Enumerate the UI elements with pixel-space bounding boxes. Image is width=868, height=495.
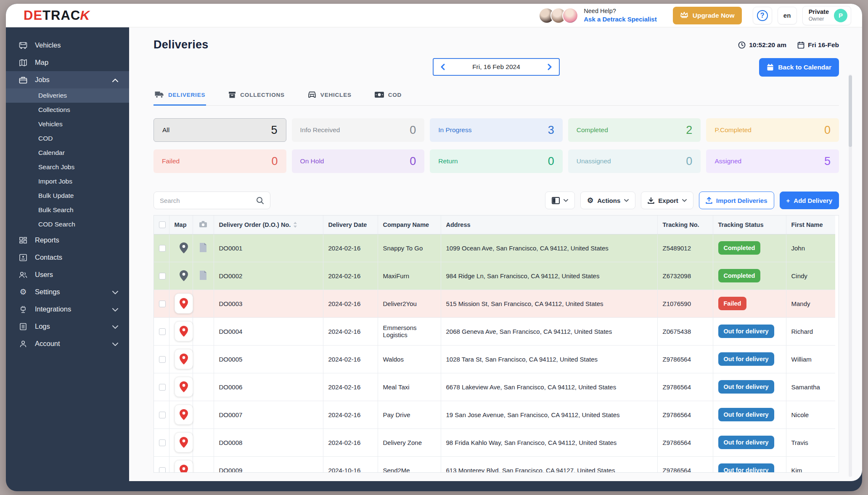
table-body: DO0001 2024-02-16 Snappy To Go 1099 Ocea… (154, 234, 835, 473)
map-pin-button[interactable] (175, 293, 193, 314)
sidebar-item-logs[interactable]: Logs (6, 318, 129, 335)
row-checkbox[interactable] (159, 328, 166, 335)
map-pin-button[interactable] (175, 377, 193, 397)
sidebar-item-map[interactable]: Map (6, 54, 129, 71)
select-all-checkbox[interactable] (159, 221, 166, 228)
table-row[interactable]: DO0002 2024-02-16 MaxiFurn 984 Ridge Ln,… (154, 262, 835, 290)
status-card-p-completed[interactable]: P.Completed 0 (706, 118, 839, 142)
status-card-return[interactable]: Return 0 (430, 149, 563, 173)
sidebar-subitem-bulk-search[interactable]: Bulk Search (6, 203, 129, 217)
column-header-company-name[interactable]: Company Name (378, 216, 441, 234)
column-header-tracking-no[interactable]: Tracking No. (657, 216, 713, 234)
column-header-map[interactable]: Map (169, 216, 193, 234)
vertical-scrollbar[interactable] (849, 75, 852, 477)
ask-specialist-link[interactable]: Ask a Detrack Specialist (584, 16, 656, 23)
tab-vehicles[interactable]: VEHICLES (307, 87, 352, 106)
company-name-cell: Emmersons Logistics (378, 317, 441, 345)
row-checkbox[interactable] (159, 467, 166, 473)
table-row[interactable]: DO0009 2024-10-16 Send2Me 613 Monterey B… (154, 456, 835, 473)
add-delivery-button[interactable]: + Add Delivery (780, 192, 839, 209)
sidebar-subitem-vehicles[interactable]: Vehicles (6, 117, 129, 131)
export-button[interactable]: Export (641, 192, 693, 209)
sidebar-item-reports[interactable]: Reports (6, 232, 129, 249)
scrollbar-thumb[interactable] (849, 75, 852, 147)
language-button[interactable]: en (778, 7, 797, 24)
first-name-cell: Kim (786, 456, 835, 473)
actions-button[interactable]: ⚙ Actions (580, 192, 635, 209)
sidebar-subitem-search-jobs[interactable]: Search Jobs (6, 160, 129, 174)
status-card-failed[interactable]: Failed 0 (153, 149, 286, 173)
person-icon (19, 340, 28, 348)
sidebar-item-account[interactable]: Account (6, 335, 129, 352)
column-header-delivery-date[interactable]: Delivery Date (323, 216, 378, 234)
tab-cod[interactable]: COD (373, 87, 402, 106)
sidebar-subitem-cod-search[interactable]: COD Search (6, 217, 129, 232)
address-cell: 2068 Geneva Ave, San Francisco, CA 94112… (441, 317, 657, 345)
users-icon (19, 271, 28, 279)
row-checkbox[interactable] (159, 439, 166, 446)
delivery-date-cell: 2024-02-16 (323, 428, 378, 456)
row-checkbox[interactable] (159, 245, 166, 252)
sidebar-subitem-cod[interactable]: COD (6, 131, 129, 146)
status-card-in-progress[interactable]: In Progress 3 (430, 118, 563, 142)
sidebar-item-vehicles[interactable]: Vehicles (6, 37, 129, 54)
pod-document-icon[interactable] (199, 246, 207, 253)
search-box (153, 192, 270, 209)
help-button[interactable]: ? (753, 7, 772, 24)
sidebar-subitem-deliveries[interactable]: Deliveries (6, 88, 129, 103)
row-checkbox[interactable] (159, 356, 166, 363)
table-row[interactable]: DO0005 2024-02-16 Waldos 1028 Tara St, S… (154, 345, 835, 373)
status-card-assigned[interactable]: Assigned 5 (706, 149, 839, 173)
status-card-completed[interactable]: Completed 2 (568, 118, 701, 142)
status-card-unassigned[interactable]: Unassigned 0 (568, 149, 701, 173)
map-pin-button[interactable] (175, 321, 193, 341)
table-row[interactable]: DO0007 2024-02-16 Pay Drive 19 San Jose … (154, 401, 835, 428)
status-card-all[interactable]: All 5 (153, 118, 286, 142)
account-menu-button[interactable]: Private Owner P (802, 6, 851, 25)
map-pin-button[interactable] (175, 460, 193, 473)
map-pin-button[interactable] (175, 266, 193, 286)
sidebar-item-integrations[interactable]: Integrations (6, 301, 129, 318)
sidebar-subitem-bulk-update[interactable]: Bulk Update (6, 189, 129, 203)
tracking-status-cell: Out for delivery (713, 345, 786, 373)
sidebar-item-jobs[interactable]: Jobs (6, 71, 129, 88)
column-header-address[interactable]: Address (441, 216, 657, 234)
sidebar-subitem-import-jobs[interactable]: Import Jobs (6, 174, 129, 189)
previous-day-button[interactable] (440, 64, 445, 70)
table-row[interactable]: DO0008 2024-02-16 Delivery Zone 98 Frida… (154, 428, 835, 456)
pod-document-icon[interactable] (199, 274, 207, 281)
status-card-info-received[interactable]: Info Received 0 (292, 118, 425, 142)
column-header-tracking-status[interactable]: Tracking Status (713, 216, 786, 234)
sidebar-subitem-calendar[interactable]: Calendar (6, 146, 129, 160)
column-header-first-name[interactable]: First Name (786, 216, 835, 234)
table-row[interactable]: DO0001 2024-02-16 Snappy To Go 1099 Ocea… (154, 234, 835, 262)
row-checkbox[interactable] (159, 384, 166, 391)
map-pin-button[interactable] (175, 405, 193, 425)
map-pin-button[interactable] (175, 432, 193, 452)
sidebar-item-settings[interactable]: ⚙ Settings (6, 283, 129, 301)
map-pin-button[interactable] (175, 238, 193, 258)
table-row[interactable]: DO0003 2024-02-16 Deliver2You 515 Missio… (154, 290, 835, 317)
delivery-date-cell: 2024-02-16 (323, 401, 378, 428)
column-header-photo[interactable] (193, 216, 214, 234)
sidebar-subitem-collections[interactable]: Collections (6, 103, 129, 117)
table-row[interactable]: DO0004 2024-02-16 Emmersons Logistics 20… (154, 317, 835, 345)
back-to-calendar-button[interactable]: Back to Calendar (759, 58, 839, 77)
column-settings-button[interactable] (545, 192, 575, 209)
row-checkbox[interactable] (159, 412, 166, 418)
column-header-do-no[interactable]: Delivery Order (D.O.) No. (214, 216, 323, 234)
import-deliveries-button[interactable]: Import Deliveries (699, 192, 774, 209)
chevron-down-icon (624, 199, 629, 202)
tab-collections[interactable]: COLLECTIONS (227, 87, 286, 106)
tab-deliveries[interactable]: DELIVERIES (153, 87, 206, 106)
row-checkbox[interactable] (159, 301, 166, 307)
sidebar-item-contacts[interactable]: Contacts (6, 249, 129, 266)
status-card-on-hold[interactable]: On Hold 0 (292, 149, 425, 173)
table-row[interactable]: DO0006 2024-02-16 Meal Taxi 6678 Lakevie… (154, 373, 835, 401)
search-input[interactable] (160, 197, 256, 204)
upgrade-now-button[interactable]: Upgrade Now (673, 7, 742, 24)
next-day-button[interactable] (547, 64, 552, 70)
map-pin-button[interactable] (175, 349, 193, 369)
row-checkbox[interactable] (159, 273, 166, 279)
sidebar-item-users[interactable]: Users (6, 266, 129, 283)
